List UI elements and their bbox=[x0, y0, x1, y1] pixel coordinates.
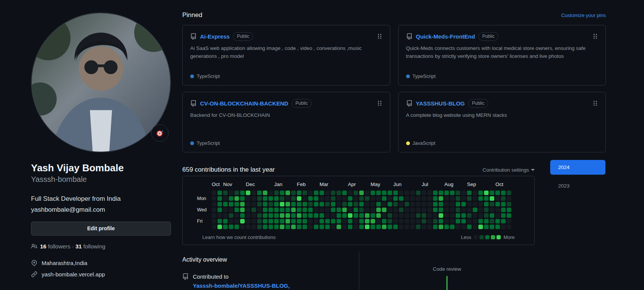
contribution-cell[interactable] bbox=[495, 208, 500, 212]
contribution-cell[interactable] bbox=[359, 219, 364, 223]
contribution-cell[interactable] bbox=[427, 191, 432, 195]
contribution-cell[interactable] bbox=[286, 208, 290, 212]
contribution-cell[interactable] bbox=[325, 196, 330, 201]
contribution-cell[interactable] bbox=[507, 202, 511, 206]
contribution-cell[interactable] bbox=[308, 202, 313, 206]
contribution-cell[interactable] bbox=[229, 213, 233, 218]
contribution-cell[interactable] bbox=[433, 202, 438, 206]
contribution-cell[interactable] bbox=[416, 213, 421, 218]
contribution-cell[interactable] bbox=[251, 225, 256, 229]
contribution-cell[interactable] bbox=[450, 225, 455, 229]
contributed-repo-link[interactable]: Yasssh-bombale/YASSSHUS-BLOG, bbox=[182, 282, 359, 289]
contribution-cell[interactable] bbox=[297, 196, 301, 201]
contribution-cell[interactable] bbox=[297, 191, 301, 195]
contribution-cell[interactable] bbox=[274, 219, 279, 223]
contribution-cell[interactable] bbox=[223, 191, 228, 195]
contribution-cell[interactable] bbox=[240, 213, 245, 218]
contribution-cell[interactable] bbox=[501, 196, 506, 201]
contribution-cell[interactable] bbox=[444, 213, 449, 218]
contribution-cell[interactable] bbox=[444, 225, 449, 229]
contribution-cell[interactable] bbox=[495, 213, 500, 218]
drag-grip-icon[interactable] bbox=[593, 100, 598, 106]
contribution-cell[interactable] bbox=[478, 208, 483, 212]
contribution-cell[interactable] bbox=[365, 196, 369, 201]
contribution-cell[interactable] bbox=[473, 213, 477, 218]
contribution-cell[interactable] bbox=[291, 208, 296, 212]
contribution-cell[interactable] bbox=[348, 191, 352, 195]
contribution-cell[interactable] bbox=[274, 213, 279, 218]
contribution-cell[interactable] bbox=[365, 191, 369, 195]
contribution-cell[interactable] bbox=[342, 196, 347, 201]
contribution-cell[interactable] bbox=[490, 213, 494, 218]
contribution-cell[interactable] bbox=[223, 196, 228, 201]
contribution-cell[interactable] bbox=[274, 191, 279, 195]
contribution-cell[interactable] bbox=[280, 213, 284, 218]
drag-grip-icon[interactable] bbox=[593, 33, 598, 39]
contribution-cell[interactable] bbox=[342, 208, 347, 212]
contribution-cell[interactable] bbox=[320, 225, 324, 229]
contribution-cell[interactable] bbox=[467, 219, 472, 223]
contribution-cell[interactable] bbox=[422, 213, 426, 218]
contribution-cell[interactable] bbox=[217, 225, 222, 229]
contribution-cell[interactable] bbox=[320, 196, 324, 201]
contribution-cell[interactable] bbox=[234, 219, 239, 223]
contribution-cell[interactable] bbox=[331, 208, 335, 212]
contribution-cell[interactable] bbox=[308, 219, 313, 223]
contribution-cell[interactable] bbox=[240, 225, 245, 229]
contribution-cell[interactable] bbox=[331, 213, 335, 218]
contribution-cell[interactable] bbox=[268, 219, 273, 223]
contribution-cell[interactable] bbox=[314, 225, 318, 229]
contribution-cell[interactable] bbox=[405, 202, 409, 206]
contribution-cell[interactable] bbox=[473, 202, 477, 206]
contribution-cell[interactable] bbox=[444, 191, 449, 195]
contribution-cell[interactable] bbox=[325, 213, 330, 218]
contribution-cell[interactable] bbox=[376, 225, 381, 229]
contribution-cell[interactable] bbox=[405, 196, 409, 201]
contribution-cell[interactable] bbox=[422, 202, 426, 206]
contribution-cell[interactable] bbox=[433, 225, 438, 229]
contribution-cell[interactable] bbox=[422, 208, 426, 212]
contribution-cell[interactable] bbox=[337, 196, 341, 201]
contribution-cell[interactable] bbox=[320, 191, 324, 195]
contribution-cell[interactable] bbox=[354, 191, 358, 195]
contribution-cell[interactable] bbox=[229, 208, 233, 212]
contribution-cell[interactable] bbox=[371, 202, 375, 206]
contribution-cell[interactable] bbox=[501, 208, 506, 212]
contribution-cell[interactable] bbox=[478, 196, 483, 201]
contribution-cell[interactable] bbox=[263, 219, 267, 223]
contribution-cell[interactable] bbox=[427, 202, 432, 206]
contribution-cell[interactable] bbox=[456, 191, 460, 195]
contribution-cell[interactable] bbox=[490, 191, 494, 195]
contribution-cell[interactable] bbox=[473, 191, 477, 195]
contribution-cell[interactable] bbox=[456, 219, 460, 223]
contribution-cell[interactable] bbox=[268, 213, 273, 218]
contribution-cell[interactable] bbox=[388, 219, 392, 223]
contribution-cell[interactable] bbox=[388, 202, 392, 206]
contribution-cell[interactable] bbox=[382, 225, 386, 229]
contribution-cell[interactable] bbox=[450, 196, 455, 201]
contribution-cell[interactable] bbox=[229, 219, 233, 223]
contribution-cell[interactable] bbox=[354, 219, 358, 223]
contribution-cell[interactable] bbox=[291, 191, 296, 195]
contribution-cell[interactable] bbox=[320, 213, 324, 218]
contribution-cell[interactable] bbox=[274, 196, 279, 201]
customize-pins-link[interactable]: Customize your pins bbox=[561, 12, 606, 18]
contribution-cell[interactable] bbox=[325, 208, 330, 212]
contribution-cell[interactable] bbox=[212, 191, 216, 195]
contribution-cell[interactable] bbox=[484, 213, 489, 218]
contribution-cell[interactable] bbox=[467, 225, 472, 229]
contribution-cell[interactable] bbox=[337, 191, 341, 195]
contribution-cell[interactable] bbox=[291, 219, 296, 223]
contribution-cell[interactable] bbox=[478, 213, 483, 218]
contribution-cell[interactable] bbox=[388, 191, 392, 195]
contribution-cell[interactable] bbox=[268, 202, 273, 206]
contribution-cell[interactable] bbox=[303, 219, 307, 223]
contribution-cell[interactable] bbox=[320, 219, 324, 223]
contribution-cell[interactable] bbox=[439, 219, 443, 223]
contribution-cell[interactable] bbox=[297, 219, 301, 223]
contribution-cell[interactable] bbox=[371, 196, 375, 201]
contribution-cell[interactable] bbox=[405, 191, 409, 195]
contribution-cell[interactable] bbox=[507, 196, 511, 201]
contribution-cell[interactable] bbox=[268, 225, 273, 229]
contribution-cell[interactable] bbox=[478, 191, 483, 195]
